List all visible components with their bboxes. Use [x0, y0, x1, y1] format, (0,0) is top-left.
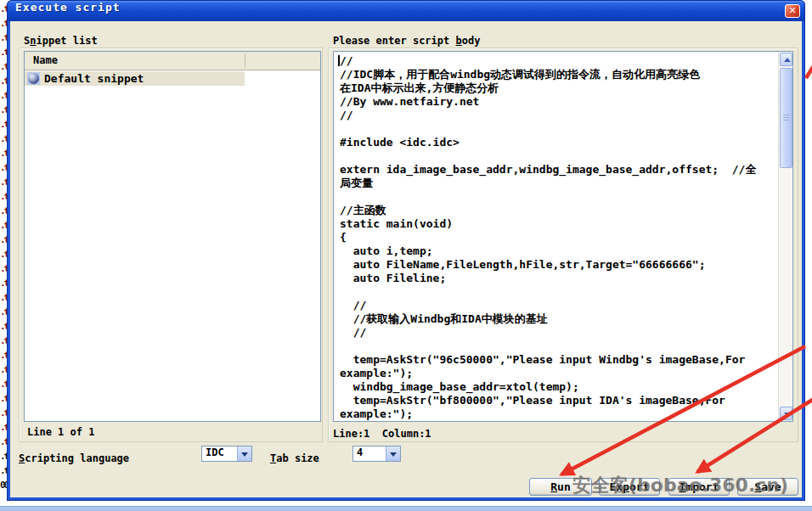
- disassembly-text-fragment: .t: [0, 348, 7, 362]
- text-cursor: [338, 55, 340, 66]
- thumb-grip: [783, 115, 789, 121]
- snippet-list-status: Line 1 of 1: [27, 426, 94, 438]
- disassembly-text-fragment: .t: [0, 420, 7, 435]
- disassembly-text-fragment: .t: [0, 233, 7, 247]
- dropdown-button[interactable]: [237, 446, 251, 461]
- disassembly-text-fragment: .t: [0, 59, 7, 74]
- disassembly-text-fragment: .t: [0, 117, 7, 132]
- script-body-label: Please enter script body: [333, 35, 480, 47]
- tab-size-value: 4: [357, 446, 363, 458]
- chevron-up-icon: [784, 58, 791, 62]
- vertical-scrollbar[interactable]: [778, 52, 792, 421]
- background-disassembly-strip: .t.t.t.t.t.t.t.t.t.t.t.t.t.t.t.t.t.t.t.t…: [0, 0, 7, 511]
- editor-caret-status: Line:1 Column:1: [333, 428, 431, 440]
- scroll-down-button[interactable]: [780, 407, 792, 420]
- disassembly-text-fragment: .t: [0, 45, 7, 59]
- dialog-body: Snippet list Name Default snippet Line 1…: [10, 21, 802, 497]
- disassembly-text-fragment: .t: [0, 435, 7, 449]
- disassembly-text-fragment: .t: [0, 132, 7, 146]
- disassembly-text-fragment: .t: [0, 160, 7, 175]
- tab-size-select[interactable]: 4: [352, 446, 401, 462]
- chevron-down-icon: [241, 452, 248, 457]
- disassembly-text-fragment: .t: [0, 290, 7, 305]
- disassembly-text-fragment: .t: [0, 247, 7, 261]
- disassembly-text-fragment: .t: [0, 74, 7, 88]
- disassembly-text-fragment: .t: [0, 175, 7, 189]
- disassembly-text-fragment: .t: [0, 2, 7, 16]
- watermark-text: 安全客(bobao.360.cn): [572, 474, 788, 497]
- disassembly-text-fragment: .t: [0, 334, 7, 348]
- disassembly-text-fragment: .t: [0, 319, 7, 334]
- dialog-titlebar[interactable]: Execute script ✕: [8, 1, 804, 21]
- disassembly-text-fragment: .t: [0, 305, 7, 319]
- snippet-list-header[interactable]: Name: [25, 52, 320, 70]
- background-window-edge: [0, 506, 812, 511]
- disassembly-text-fragment: .t: [0, 31, 7, 45]
- dialog-title: Execute script: [15, 1, 121, 14]
- tab-size-label: Tab size: [270, 452, 319, 464]
- scroll-up-button[interactable]: [780, 53, 792, 66]
- execute-script-dialog: Execute script ✕ Snippet list Name Defau…: [7, 0, 805, 501]
- chevron-down-icon: [784, 413, 791, 417]
- scrollbar-thumb[interactable]: [780, 68, 792, 168]
- screen: .t.t.t.t.t.t.t.t.t.t.t.t.t.t.t.t.t.t.t.t…: [0, 0, 812, 511]
- disassembly-text-fragment: .t: [0, 103, 7, 117]
- close-icon[interactable]: ✕: [785, 4, 800, 18]
- disassembly-text-fragment: .t: [0, 391, 7, 406]
- snippet-list[interactable]: Name Default snippet: [24, 51, 321, 422]
- snippet-list-label: Snippet list: [24, 35, 98, 47]
- disassembly-text-fragment: .t: [0, 463, 7, 478]
- disassembly-text-fragment: 00: [0, 478, 7, 492]
- list-item-default-snippet[interactable]: Default snippet: [25, 71, 245, 86]
- disassembly-text-fragment: .t: [0, 146, 7, 160]
- scripting-language-value: IDC: [206, 446, 224, 458]
- script-code-text[interactable]: // //IDC脚本，用于配合windbg动态调试得到的指令流，自动化用高亮绿色…: [335, 52, 777, 421]
- dropdown-button[interactable]: [386, 446, 400, 461]
- disassembly-text-fragment: .t: [0, 88, 7, 103]
- scripting-language-label: Scripting language: [19, 452, 129, 464]
- disassembly-text-fragment: .t: [0, 218, 7, 233]
- column-divider[interactable]: [245, 53, 245, 68]
- snippet-icon: [27, 72, 40, 85]
- disassembly-text-fragment: .t: [0, 189, 7, 204]
- script-body-editor[interactable]: // //IDC脚本，用于配合windbg动态调试得到的指令流，自动化用高亮绿色…: [333, 51, 793, 422]
- background-bottom-strip: [0, 501, 812, 511]
- disassembly-text-fragment: .t: [0, 276, 7, 290]
- column-header-name[interactable]: Name: [33, 52, 58, 70]
- disassembly-text-fragment: .t: [0, 16, 7, 31]
- disassembly-text-fragment: .t: [0, 449, 7, 463]
- disassembly-text-fragment: .t: [0, 204, 7, 218]
- disassembly-text-fragment: .t: [0, 377, 7, 391]
- snippet-name: Default snippet: [44, 72, 144, 85]
- disassembly-text-fragment: .t: [0, 406, 7, 420]
- disassembly-text-fragment: .t: [0, 362, 7, 377]
- disassembly-text-fragment: .t: [0, 261, 7, 276]
- background-right-strip: [805, 0, 812, 511]
- chevron-down-icon: [390, 452, 397, 457]
- scripting-language-select[interactable]: IDC: [201, 446, 252, 462]
